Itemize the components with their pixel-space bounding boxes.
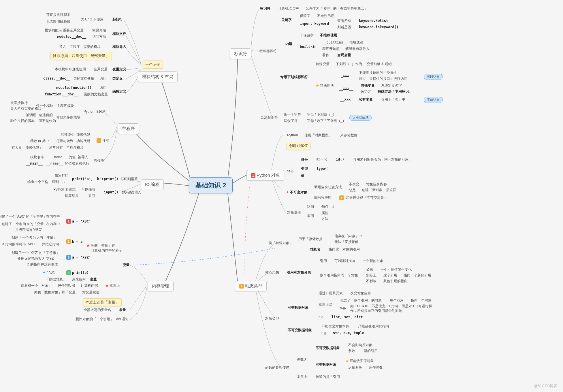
m7-mut-b1-r2: 指向一个对象 bbox=[411, 298, 432, 303]
m3-input-a: 可以接收 bbox=[82, 187, 95, 192]
m1-vardef: 变量定义 bbox=[112, 67, 126, 72]
main-module-structure[interactable]: 模块结构 & 布局 bbox=[138, 71, 178, 82]
m5-builtin-b3r: 全局变量 bbox=[337, 53, 351, 58]
m6-trait-id-a: 唯一 Id bbox=[317, 157, 327, 162]
m7-core-a2b-r: 这个引用 bbox=[383, 273, 397, 278]
m7-fp-a2: 可变数据对象 bbox=[316, 363, 336, 367]
m5-builtin-a: 非保留字 bbox=[300, 33, 314, 38]
m4-step2: 2b = a bbox=[66, 239, 82, 244]
m4-del-a: 删除对象的「一个引用」 bbox=[76, 317, 114, 322]
m4-step3-c: b 的指向并没有更改 bbox=[27, 262, 58, 267]
main-main-program[interactable]: 主程序 bbox=[118, 123, 139, 134]
main-io[interactable]: IO 编程 bbox=[141, 179, 164, 190]
m2-pystyle-a: 仅一个模块（主程序模块） bbox=[36, 104, 78, 108]
m7-core-a1b: 一个新的对象 bbox=[363, 259, 383, 263]
m7-core-a: 引用和对象分离 bbox=[287, 270, 311, 275]
m2-note-c-l: 有大量「顶级代码」 bbox=[12, 146, 43, 150]
m1-funcdef-b-l: function.__doc__ bbox=[45, 92, 78, 97]
m6-attrs-b: 常用 bbox=[307, 214, 314, 218]
main-python-object[interactable]: 1Python 对象 bbox=[246, 170, 284, 181]
m5-ident: 标识符 bbox=[260, 6, 270, 11]
m7-so-b-r: 指向这一对象的引用 bbox=[329, 247, 360, 252]
m2-note-b-l2: 函数 or 类中 bbox=[30, 139, 49, 144]
center-node[interactable]: 基础知识 2 bbox=[189, 177, 233, 193]
m3-print-a: print('a', 'b') bbox=[72, 177, 103, 182]
m4-const: 常量 bbox=[119, 308, 126, 312]
watermark: @51CTO博客 bbox=[534, 383, 557, 389]
m1-classdef-a-l: 类的文档变量 bbox=[74, 76, 94, 81]
m3-print-a-l2: 遇到「,」 bbox=[52, 180, 67, 184]
m4-del: del 语句 bbox=[116, 317, 129, 322]
m2-note-a-l: 尽可能少 bbox=[61, 133, 74, 137]
m1-doc-a-l: 模块功能 & 重要全局变量 bbox=[45, 28, 84, 33]
center-title: 基础知识 2 bbox=[195, 182, 226, 189]
m5-legal: 合法标识符 bbox=[261, 115, 278, 120]
m2-seemod: 看模块 bbox=[94, 159, 104, 163]
m7-imm2-b: e.g. bbox=[321, 331, 327, 336]
m1-import: 模块导入 bbox=[112, 45, 126, 49]
m2-note-a: 顶级代码 bbox=[76, 133, 90, 137]
m5-under-b1: _xxx bbox=[341, 74, 349, 78]
main-memory[interactable]: 内存管理 bbox=[148, 281, 174, 291]
m4-step2-b-l: a 指向的字符串 'ABC' bbox=[2, 242, 35, 247]
m5-under-a: 特殊变量 bbox=[316, 62, 329, 67]
main-dynamic-type[interactable]: 2动态类型 bbox=[235, 281, 267, 291]
m5-under-b1a: 不能直接访问的「类属性」 bbox=[359, 71, 400, 75]
m6-imm-b: 编写程序时 bbox=[314, 195, 332, 200]
m5-builtin-b1: __builtins__ 模块成员 bbox=[322, 40, 363, 45]
m1-funcdef-a: 访问 bbox=[99, 86, 106, 90]
m7-so-a: 用于「存储数据」 bbox=[298, 237, 326, 242]
m3-input: input() bbox=[104, 190, 118, 195]
m7-fp-a2a: ★ 可能改变原对象 bbox=[345, 359, 374, 363]
m2-seemod-b-l2: __main__ bbox=[26, 161, 43, 166]
m7-core-a2a-r: 一个引用值发生变化 bbox=[381, 267, 412, 272]
m4-step1-a: 在内存中 bbox=[46, 214, 60, 219]
m1-start-unix: 类 Unix 下使用 bbox=[81, 17, 103, 22]
m4-step3: 3a = 'XYZ' bbox=[66, 255, 91, 260]
m7-mut-c: e.g. bbox=[319, 315, 324, 320]
m5-under-b3a: 私有变量 bbox=[359, 97, 373, 102]
m7-core-a2b: 实际上 bbox=[366, 273, 376, 278]
m5-under-b3b: 仅用于「类」中 bbox=[381, 97, 405, 102]
m4-essence-hl: 本质上还是「变量」 bbox=[83, 298, 122, 306]
m5-builtin-b2: 程序开始前 bbox=[322, 47, 340, 51]
m2-note: !注意 bbox=[97, 138, 109, 143]
m7-fp-b: 本质上 bbox=[297, 375, 307, 379]
m7-mut-b2: e.g. bbox=[340, 306, 346, 310]
m6-trait-type: 类型 bbox=[301, 167, 308, 171]
m6-imm-a: 调用自身任意方法 bbox=[314, 185, 342, 190]
m5-legal-b: 其余字符 bbox=[284, 119, 297, 123]
main-example[interactable]: 一个示例 bbox=[143, 61, 163, 69]
m4-ess-a-l2: 「数据对象」 bbox=[46, 277, 66, 282]
m1-classdef-a: 访问 bbox=[99, 76, 106, 81]
m4-step3-a: 创建了一个 'XYZ' 的「字符串」 bbox=[12, 251, 60, 255]
m5-under-a2: 变量前缀 & 后缀 bbox=[367, 62, 392, 67]
m5-builtin: 内建 bbox=[285, 42, 292, 46]
m4-ess-a: 变量 bbox=[90, 277, 97, 282]
m2-seemod-b-l: __name__ 的值 bbox=[46, 161, 72, 166]
m7-fp: 函数的参数传递 bbox=[265, 365, 289, 370]
m1-start-b1: 可直接执行脚本 bbox=[46, 13, 70, 17]
m6-imm-a2r: 创建「新对象」后返回 bbox=[362, 188, 396, 193]
m1-vardef-a-l: 本模块中可直接使用 bbox=[55, 67, 86, 72]
m5-builtin-b: built-in bbox=[300, 45, 317, 49]
m3-input-a-l: Python 表达式 bbox=[53, 187, 76, 192]
m1-start-line: 起始行 bbox=[112, 17, 123, 22]
m1-import-a: 导入「主程序」需要的模块 bbox=[59, 45, 101, 49]
m7-fp-a1a: 不会影响原对象 bbox=[348, 343, 372, 348]
m5-under-b2a-r: 系统定义名字 bbox=[381, 84, 402, 88]
m6-uses: Python bbox=[287, 133, 298, 138]
m7-fp-b-r: 传递的是「引用」 bbox=[316, 375, 343, 379]
m7-core: 核心思想 bbox=[265, 270, 279, 275]
m4-ess-c: 对变量赋值 bbox=[82, 290, 99, 295]
main-identifier[interactable]: 标识符 bbox=[230, 48, 251, 59]
m5-underscore: 专用下划线标识符 bbox=[280, 75, 308, 80]
m2-pystyle-b: 其他大多数模块 bbox=[56, 115, 80, 120]
m2-pystyle-b-l3: 独立执行的脚本 bbox=[10, 119, 35, 123]
m2-pystyle-b-l2: 创建目的 bbox=[39, 113, 53, 118]
m4-step2-b: 并把它指向 bbox=[42, 242, 59, 247]
m5-keyword-b2: 判断是否 bbox=[337, 25, 351, 30]
m4-step1-a-l: 创建了一个 'ABC' 的「字符串」 bbox=[0, 214, 47, 219]
m6-attrs-b1: 属性 bbox=[321, 211, 328, 216]
m6-imm-a1r: 对象自身内容 bbox=[366, 182, 387, 187]
